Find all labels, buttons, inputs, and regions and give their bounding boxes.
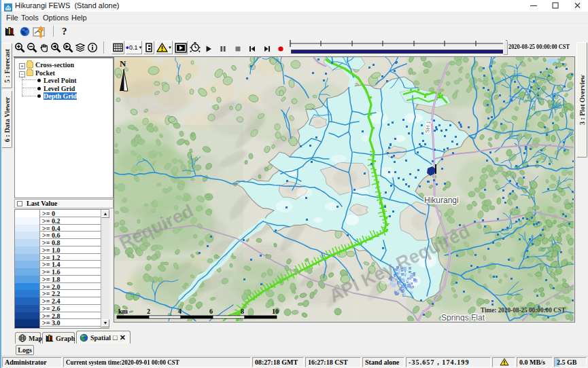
svg-text:4: 4: [178, 308, 181, 315]
svg-text:Hikurangi: Hikurangi: [424, 196, 459, 205]
svg-text:10: 10: [272, 308, 279, 315]
svg-text:8: 8: [241, 308, 244, 315]
svg-text:2: 2: [147, 308, 150, 315]
svg-text:Time: 2020-08-25 00:00:00 CST: Time: 2020-08-25 00:00:00 CST: [481, 306, 566, 314]
svg-text:km: km: [118, 308, 128, 315]
svg-text:N: N: [120, 58, 126, 69]
svg-text:Springs Flat: Springs Flat: [441, 313, 485, 321]
svg-text:6: 6: [209, 308, 213, 315]
